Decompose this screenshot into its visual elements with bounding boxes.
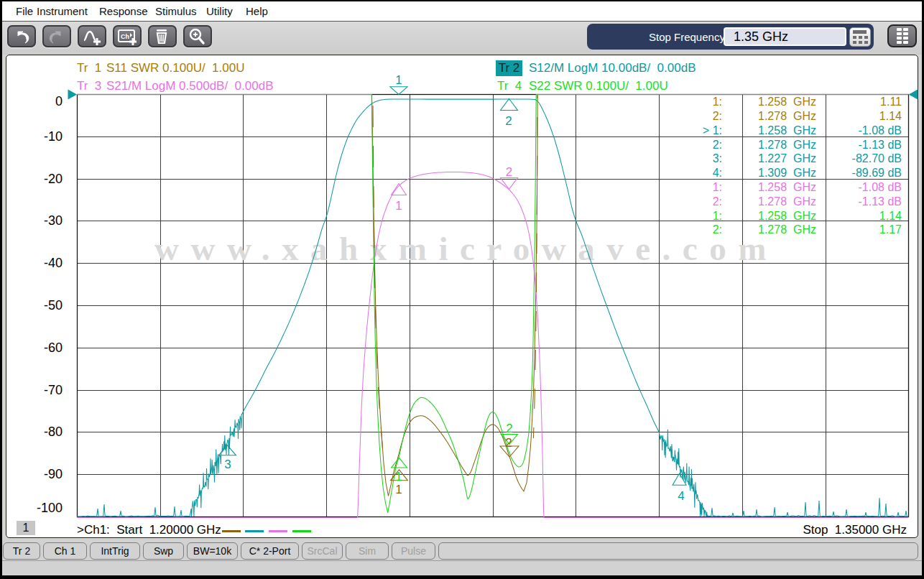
- svg-text:1: 1: [395, 73, 402, 87]
- svg-text:2: 2: [506, 422, 512, 435]
- svg-text:1: 1: [395, 483, 402, 496]
- svg-text:4: 4: [678, 489, 684, 503]
- svg-text:1: 1: [395, 470, 402, 483]
- svg-text:3: 3: [224, 458, 231, 471]
- svg-text:2: 2: [505, 436, 512, 450]
